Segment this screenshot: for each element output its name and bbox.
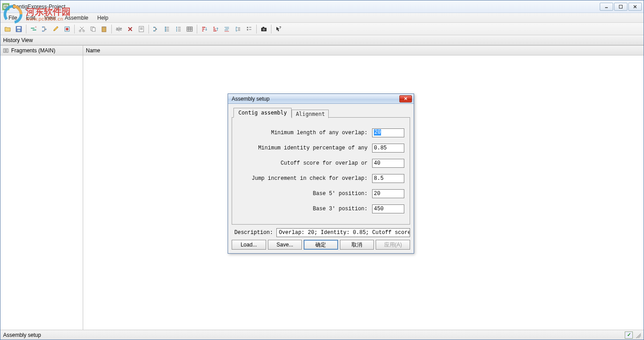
- menu-view[interactable]: View: [40, 14, 60, 22]
- toolbar-separator: [74, 25, 75, 34]
- svg-rect-10: [17, 30, 20, 31]
- sort-desc-icon[interactable]: [210, 24, 221, 34]
- input-min-overlap[interactable]: 20: [372, 128, 404, 137]
- add-fragments-icon[interactable]: +: [28, 24, 39, 34]
- rename-icon[interactable]: a|e: [114, 24, 124, 34]
- description-label: Description:: [232, 230, 273, 236]
- input-cutoff[interactable]: [372, 159, 404, 168]
- svg-text:?: ?: [279, 26, 281, 30]
- apply-button[interactable]: 应用(A): [376, 240, 410, 250]
- input-jump[interactable]: [372, 174, 404, 183]
- list-dash-icon[interactable]: [173, 24, 184, 34]
- description-row: Description: Overlap: 20; Identity: 0.85…: [232, 228, 410, 237]
- tab-panel: Minimum length of any overlap: 20 Minimu…: [232, 117, 410, 225]
- pencil-icon[interactable]: [51, 24, 61, 34]
- row-base3: Base 3' position:: [237, 204, 404, 213]
- copy-icon[interactable]: [88, 24, 98, 34]
- menu-edit[interactable]: Edit: [21, 14, 40, 22]
- menu-file[interactable]: File: [4, 14, 21, 22]
- svg-text:+: +: [35, 26, 37, 29]
- input-min-identity[interactable]: [372, 144, 404, 153]
- svg-rect-62: [247, 29, 248, 30]
- row-base5: Base 5' position:: [237, 189, 404, 198]
- history-view-label: History View: [3, 37, 33, 43]
- window-controls: [600, 3, 642, 11]
- row-cutoff: Cutoff score for overlap or: [237, 159, 404, 168]
- svg-rect-9: [17, 27, 21, 29]
- structure2-icon[interactable]: [162, 24, 173, 34]
- toolbar-separator: [26, 25, 26, 34]
- svg-rect-11: [31, 28, 34, 29]
- svg-rect-24: [103, 26, 105, 28]
- sort-asc-icon[interactable]: [199, 24, 210, 34]
- name-column-label: Name: [86, 47, 100, 54]
- toolbar-separator: [197, 25, 197, 34]
- svg-point-18: [66, 28, 68, 30]
- load-button[interactable]: Load...: [232, 240, 266, 250]
- dialog-close-button[interactable]: ✕: [399, 95, 412, 102]
- status-check-icon[interactable]: ✓: [625, 332, 633, 339]
- svg-point-32: [165, 26, 166, 28]
- maximize-button[interactable]: [614, 3, 627, 11]
- svg-point-34: [165, 30, 166, 31]
- tab-alignment[interactable]: Alignment: [292, 110, 329, 118]
- menubar: File Edit View Assemble Help: [0, 13, 644, 23]
- menu-help[interactable]: Help: [93, 14, 113, 22]
- titlebar: ContigExpress-Project: [0, 0, 644, 13]
- camera-icon[interactable]: [258, 24, 269, 34]
- fragments-header[interactable]: Fragments (MAIN): [0, 46, 83, 55]
- dialog-title: Assembly setup: [230, 96, 399, 102]
- svg-rect-16: [42, 30, 44, 32]
- paste-icon[interactable]: [99, 24, 110, 34]
- name-column-header[interactable]: Name: [83, 46, 644, 55]
- svg-point-66: [263, 28, 265, 30]
- svg-rect-5: [619, 5, 623, 8]
- cut-icon[interactable]: [76, 24, 87, 34]
- fragments-icon: [3, 48, 9, 53]
- label-base5: Base 5' position:: [237, 191, 372, 197]
- row-jump: Jump increment in check for overlap:: [237, 174, 404, 183]
- save-icon[interactable]: [13, 24, 24, 34]
- dialog-body: Contig assembly Alignment Minimum length…: [228, 104, 414, 253]
- cancel-button[interactable]: 取消: [340, 240, 374, 250]
- help-pointer-icon[interactable]: ?: [273, 24, 284, 34]
- tree-icon[interactable]: [39, 24, 50, 34]
- ok-button[interactable]: 确定: [304, 240, 338, 250]
- toolbar-separator: [111, 25, 112, 34]
- dialog-titlebar[interactable]: Assembly setup ✕: [228, 94, 414, 104]
- input-base5[interactable]: [372, 189, 404, 198]
- app-icon: [2, 3, 9, 10]
- resize-grip-icon[interactable]: [635, 332, 641, 338]
- save-button[interactable]: Save...: [268, 240, 302, 250]
- svg-rect-44: [187, 27, 192, 31]
- svg-rect-14: [42, 26, 44, 28]
- svg-rect-61: [247, 27, 248, 28]
- tab-contig-assembly[interactable]: Contig assembly: [233, 108, 292, 118]
- delete-icon[interactable]: [125, 24, 136, 34]
- label-base3: Base 3' position:: [237, 206, 372, 212]
- list-grid-icon[interactable]: [244, 24, 254, 34]
- alignment1-icon[interactable]: [221, 24, 232, 34]
- toolbar-separator: [256, 25, 257, 34]
- analysis-icon[interactable]: [62, 24, 72, 34]
- dialog-buttons: Load... Save... 确定 取消 应用(A): [232, 240, 410, 251]
- properties-icon[interactable]: [136, 24, 147, 34]
- open-icon[interactable]: [2, 24, 13, 34]
- input-base3[interactable]: [372, 204, 404, 213]
- left-pane: Fragments (MAIN): [0, 46, 83, 330]
- svg-rect-12: [33, 30, 36, 30]
- minimize-button[interactable]: [600, 3, 613, 11]
- label-jump: Jump increment in check for overlap:: [237, 175, 372, 182]
- table-icon[interactable]: [184, 24, 195, 34]
- assembly-setup-dialog: Assembly setup ✕ Contig assembly Alignme…: [228, 94, 414, 254]
- svg-point-33: [165, 28, 166, 30]
- history-view-header: History View: [0, 35, 644, 45]
- menu-assemble[interactable]: Assemble: [60, 14, 93, 22]
- svg-rect-22: [92, 28, 95, 31]
- structure1-icon[interactable]: [151, 24, 161, 34]
- alignment2-icon[interactable]: [233, 24, 243, 34]
- close-button[interactable]: [628, 3, 642, 11]
- description-box[interactable]: Overlap: 20; Identity: 0.85; Cutoff scor…: [276, 228, 410, 237]
- tabstrip: Contig assembly Alignment: [233, 107, 410, 117]
- svg-rect-31: [153, 30, 155, 31]
